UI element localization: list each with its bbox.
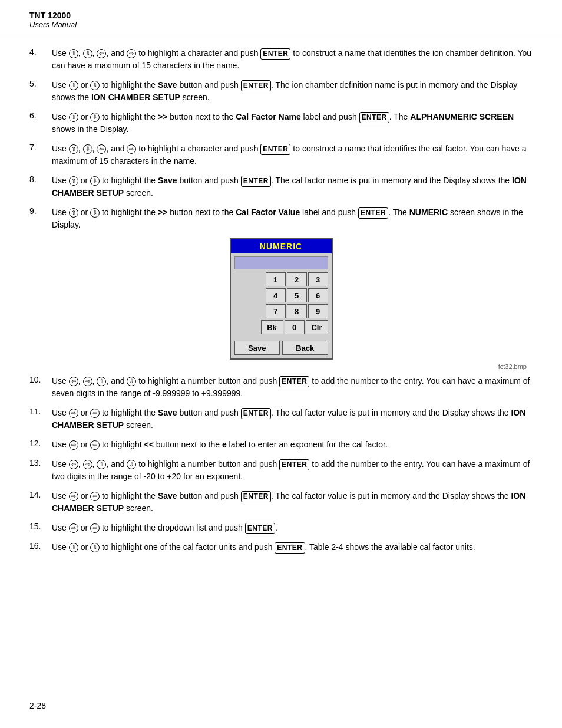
list-item: 15. Use ⇨ or ⇦ to highlight the dropdown… [29, 522, 533, 534]
list-text: Use ⇧, ⇩, ⇦, and ⇨ to highlight a charac… [52, 143, 533, 167]
list-item: 14. Use ⇨ or ⇦ to highlight the Save but… [29, 490, 533, 515]
arrow-right-icon: ⇨ [69, 523, 78, 533]
header: TNT 12000 Users Manual [0, 0, 562, 35]
enter-key: ENTER [358, 207, 388, 219]
arrow-left-icon: ⇦ [97, 49, 106, 58]
list-num: 4. [29, 47, 52, 57]
numeric-row-3: 7 8 9 [234, 304, 328, 318]
list-text: Use ⇦, ⇨, ⇧, and ⇩ to highlight a number… [52, 375, 533, 400]
arrow-left-icon: ⇦ [97, 144, 106, 154]
list-item: 11. Use ⇨ or ⇦ to highlight the Save but… [29, 407, 533, 431]
numeric-display [234, 256, 328, 269]
key-6[interactable]: 6 [308, 288, 328, 302]
key-0[interactable]: 0 [285, 320, 305, 334]
list-text: Use ⇨ or ⇦ to highlight the Save button … [52, 490, 533, 515]
list-num: 5. [29, 79, 52, 88]
arrow-left-icon: ⇦ [90, 440, 100, 450]
arrow-up-icon: ⇧ [69, 81, 78, 90]
arrow-down-icon: ⇩ [127, 377, 136, 386]
enter-key: ENTER [241, 408, 271, 419]
arrow-up-icon: ⇧ [69, 208, 78, 218]
enter-key: ENTER [279, 459, 309, 470]
numeric-header: NUMERIC [231, 239, 332, 253]
arrow-right-icon: ⇨ [83, 460, 92, 469]
enter-key: ENTER [241, 176, 271, 187]
arrow-up-icon: ⇧ [69, 144, 78, 154]
list-item: 5. Use ⇧ or ⇩ to highlight the Save butt… [29, 79, 533, 104]
numeric-row-4: Bk 0 Clr [234, 320, 328, 334]
list-num: 12. [29, 439, 52, 448]
enter-key: ENTER [275, 542, 305, 554]
numeric-back-button[interactable]: Back [282, 341, 328, 355]
numeric-bottom: Save Back [231, 338, 332, 358]
fct-label: fct32.bmp [29, 363, 533, 370]
arrow-up-icon: ⇧ [69, 49, 78, 58]
numeric-row-2: 4 5 6 [234, 288, 328, 302]
arrow-up-icon: ⇧ [97, 377, 106, 386]
key-3[interactable]: 3 [308, 272, 328, 286]
list-num: 6. [29, 111, 52, 120]
key-5[interactable]: 5 [287, 288, 307, 302]
arrow-down-icon: ⇩ [90, 176, 100, 186]
arrow-down-icon: ⇩ [90, 81, 100, 90]
key-clr[interactable]: Clr [306, 320, 328, 334]
arrow-down-icon: ⇩ [83, 49, 92, 58]
key-8[interactable]: 8 [287, 304, 307, 318]
arrow-left-icon: ⇦ [90, 409, 100, 418]
header-title: TNT 12000 [29, 11, 533, 20]
arrow-right-icon: ⇨ [69, 440, 78, 450]
numeric-keys: 1 2 3 4 5 6 7 8 9 Bk [231, 272, 332, 338]
key-1[interactable]: 1 [266, 272, 286, 286]
list-num: 8. [29, 174, 52, 184]
page: TNT 12000 Users Manual 4. Use ⇧, ⇩, ⇦, a… [0, 0, 562, 728]
list-num: 16. [29, 541, 52, 551]
arrow-up-icon: ⇧ [97, 460, 106, 469]
key-bk[interactable]: Bk [261, 320, 283, 334]
enter-key: ENTER [241, 80, 271, 91]
arrow-down-icon: ⇩ [90, 543, 100, 552]
arrow-up-icon: ⇧ [69, 543, 78, 552]
footer-page-number: 2-28 [29, 701, 46, 710]
list-text: Use ⇧, ⇩, ⇦, and ⇨ to highlight a charac… [52, 47, 533, 72]
enter-key: ENTER [279, 376, 309, 387]
enter-key: ENTER [260, 144, 290, 155]
arrow-left-icon: ⇦ [69, 460, 78, 469]
numeric-save-button[interactable]: Save [234, 341, 280, 355]
arrow-right-icon: ⇨ [69, 409, 78, 418]
list-text: Use ⇨ or ⇦ to highlight << button next t… [52, 439, 533, 451]
arrow-down-icon: ⇩ [127, 460, 136, 469]
numbered-list: 4. Use ⇧, ⇩, ⇦, and ⇨ to highlight a cha… [29, 47, 533, 231]
list-item: 6. Use ⇧ or ⇩ to highlight the >> button… [29, 111, 533, 136]
list-item: 13. Use ⇦, ⇨, ⇧, and ⇩ to highlight a nu… [29, 458, 533, 483]
arrow-right-icon: ⇨ [127, 144, 136, 154]
list-item: 7. Use ⇧, ⇩, ⇦, and ⇨ to highlight a cha… [29, 143, 533, 167]
key-9[interactable]: 9 [308, 304, 328, 318]
list-num: 10. [29, 375, 52, 384]
header-subtitle: Users Manual [29, 20, 533, 29]
list-num: 11. [29, 407, 52, 416]
list-item: 9. Use ⇧ or ⇩ to highlight the >> button… [29, 206, 533, 231]
list-item: 10. Use ⇦, ⇨, ⇧, and ⇩ to highlight a nu… [29, 375, 533, 400]
enter-key: ENTER [241, 491, 271, 502]
key-7[interactable]: 7 [266, 304, 286, 318]
list-item: 12. Use ⇨ or ⇦ to highlight << button ne… [29, 439, 533, 451]
arrow-left-icon: ⇦ [90, 523, 100, 533]
numeric-widget-container: NUMERIC 1 2 3 4 5 6 7 8 [29, 238, 533, 360]
list-text: Use ⇧ or ⇩ to highlight the >> button ne… [52, 111, 533, 136]
arrow-down-icon: ⇩ [90, 208, 100, 218]
enter-key: ENTER [359, 112, 389, 123]
list-text: Use ⇦, ⇨, ⇧, and ⇩ to highlight a number… [52, 458, 533, 483]
list-item: 16. Use ⇧ or ⇩ to highlight one of the c… [29, 541, 533, 554]
list-text: Use ⇧ or ⇩ to highlight the >> button ne… [52, 206, 533, 231]
numbered-list-2: 10. Use ⇦, ⇨, ⇧, and ⇩ to highlight a nu… [29, 375, 533, 554]
list-text: Use ⇧ or ⇩ to highlight the Save button … [52, 79, 533, 104]
numeric-row-1: 1 2 3 [234, 272, 328, 286]
arrow-down-icon: ⇩ [83, 144, 92, 154]
key-2[interactable]: 2 [287, 272, 307, 286]
arrow-right-icon: ⇨ [83, 377, 92, 386]
list-text: Use ⇨ or ⇦ to highlight the Save button … [52, 407, 533, 431]
list-text: Use ⇨ or ⇦ to highlight the dropdown lis… [52, 522, 533, 534]
list-num: 13. [29, 458, 52, 467]
key-4[interactable]: 4 [266, 288, 286, 302]
list-item: 4. Use ⇧, ⇩, ⇦, and ⇨ to highlight a cha… [29, 47, 533, 72]
